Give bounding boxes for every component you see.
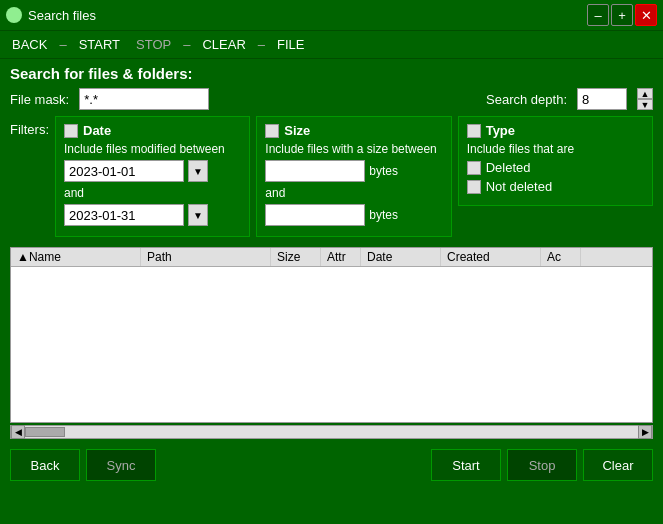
menu-start[interactable]: START	[75, 35, 124, 54]
close-button[interactable]: ✕	[635, 4, 657, 26]
search-depth-input[interactable]	[577, 88, 627, 110]
col-header-created: Created	[441, 248, 541, 266]
size-filter-desc: Include files with a size between	[265, 142, 442, 156]
window-title: Search files	[28, 8, 96, 23]
results-body	[11, 267, 652, 422]
main-area: Search for files & folders: File mask: S…	[0, 59, 663, 247]
clear-button[interactable]: Clear	[583, 449, 653, 481]
sync-button: Sync	[86, 449, 156, 481]
bottom-bar: Back Sync Start Stop Clear	[0, 443, 663, 487]
size-from-row: bytes	[265, 160, 442, 182]
results-container: ▲Name Path Size Attr Date Created Ac	[10, 247, 653, 423]
date-filter-desc: Include files modified between	[64, 142, 241, 156]
depth-down-btn[interactable]: ▼	[637, 99, 653, 110]
depth-spinner[interactable]: ▲ ▼	[637, 88, 653, 110]
type-filter-desc: Include files that are	[467, 142, 644, 156]
size-filter-header: Size	[265, 123, 442, 138]
date-filter-label: Date	[83, 123, 111, 138]
size-to-input[interactable]	[265, 204, 365, 226]
col-header-attr: Attr	[321, 248, 361, 266]
type-filter-label: Type	[486, 123, 515, 138]
date-from-input[interactable]	[64, 160, 184, 182]
back-button[interactable]: Back	[10, 449, 80, 481]
col-header-path: Path	[141, 248, 271, 266]
start-button[interactable]: Start	[431, 449, 501, 481]
date-to-input[interactable]	[64, 204, 184, 226]
maximize-button[interactable]: +	[611, 4, 633, 26]
date-filter-header: Date	[64, 123, 241, 138]
results-header: ▲Name Path Size Attr Date Created Ac	[11, 248, 652, 267]
search-depth-label: Search depth:	[486, 92, 567, 107]
minimize-button[interactable]: –	[587, 4, 609, 26]
bottom-left-buttons: Back Sync	[10, 449, 156, 481]
horizontal-scrollbar[interactable]: ◀ ▶	[10, 425, 653, 439]
size-checkbox[interactable]	[265, 124, 279, 138]
stop-button: Stop	[507, 449, 577, 481]
depth-up-btn[interactable]: ▲	[637, 88, 653, 99]
scrollbar-thumb[interactable]	[25, 427, 65, 437]
deleted-option: Deleted	[467, 160, 644, 175]
col-header-date: Date	[361, 248, 441, 266]
menu-stop: STOP	[132, 35, 175, 54]
date-from-row: ▼	[64, 160, 241, 182]
menu-sep-3: –	[258, 37, 265, 52]
menu-file[interactable]: FILE	[273, 35, 308, 54]
file-mask-input[interactable]	[79, 88, 209, 110]
scroll-left-btn[interactable]: ◀	[11, 425, 25, 439]
col-header-name: ▲Name	[11, 248, 141, 266]
size-to-row: bytes	[265, 204, 442, 226]
col-header-ac: Ac	[541, 248, 581, 266]
filters-label: Filters:	[10, 122, 49, 137]
menu-clear[interactable]: CLEAR	[198, 35, 249, 54]
not-deleted-checkbox[interactable]	[467, 180, 481, 194]
title-bar: Search files – + ✕	[0, 0, 663, 31]
top-controls-row: File mask: Search depth: ▲ ▼	[10, 88, 653, 110]
size-filter-box: Size Include files with a size between b…	[256, 116, 451, 237]
size-and-label: and	[265, 186, 442, 200]
menu-back[interactable]: BACK	[8, 35, 51, 54]
file-mask-label: File mask:	[10, 92, 69, 107]
size-bytes1-label: bytes	[369, 164, 398, 178]
date-to-row: ▼	[64, 204, 241, 226]
deleted-label: Deleted	[486, 160, 531, 175]
scroll-right-btn[interactable]: ▶	[638, 425, 652, 439]
title-bar-left: Search files	[6, 7, 96, 23]
deleted-checkbox[interactable]	[467, 161, 481, 175]
not-deleted-label: Not deleted	[486, 179, 553, 194]
size-bytes2-label: bytes	[369, 208, 398, 222]
size-filter-label: Size	[284, 123, 310, 138]
title-bar-controls: – + ✕	[587, 4, 657, 26]
bottom-right-buttons: Start Stop Clear	[431, 449, 653, 481]
type-checkbox[interactable]	[467, 124, 481, 138]
size-from-input[interactable]	[265, 160, 365, 182]
date-and-label: and	[64, 186, 241, 200]
app-icon	[6, 7, 22, 23]
menu-bar: BACK – START STOP – CLEAR – FILE	[0, 31, 663, 59]
date-to-dropdown[interactable]: ▼	[188, 204, 208, 226]
page-title: Search for files & folders:	[10, 65, 653, 82]
type-filter-box: Type Include files that are Deleted Not …	[458, 116, 653, 206]
date-from-dropdown[interactable]: ▼	[188, 160, 208, 182]
not-deleted-option: Not deleted	[467, 179, 644, 194]
col-header-size: Size	[271, 248, 321, 266]
menu-sep-1: –	[59, 37, 66, 52]
date-checkbox[interactable]	[64, 124, 78, 138]
date-filter-box: Date Include files modified between ▼ an…	[55, 116, 250, 237]
menu-sep-2: –	[183, 37, 190, 52]
type-filter-header: Type	[467, 123, 644, 138]
